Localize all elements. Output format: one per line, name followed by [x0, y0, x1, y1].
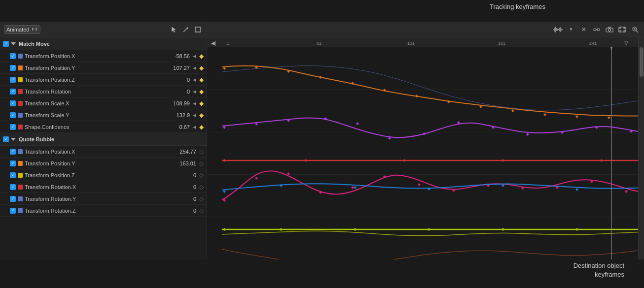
prev-keyframe-icon-2[interactable]: ◀	[193, 77, 196, 82]
cursor-tool[interactable]	[169, 25, 179, 34]
prop-checkbox-3[interactable]	[10, 89, 16, 95]
keyframe-diamond-empty-4[interactable]: ◇	[199, 195, 204, 202]
prop-qb-position-z: Transform.Position.Z 0 ◇	[0, 169, 207, 181]
svg-marker-33	[223, 67, 226, 70]
match-move-checkbox[interactable]	[3, 41, 9, 47]
svg-line-1	[183, 28, 187, 32]
svg-marker-102	[354, 228, 357, 231]
time-ruler: ◀| 1 61 121 181 241 ▽	[207, 37, 638, 47]
prop-checkbox-11[interactable]	[10, 196, 16, 202]
svg-marker-83	[223, 159, 226, 162]
keyframe-diamond-0[interactable]: ◆	[199, 53, 204, 60]
prop-match-rotation: Transform.Rotation 0 ◀ ◆	[0, 86, 207, 97]
prev-keyframe-icon-1[interactable]: ◀	[193, 65, 196, 70]
prop-qb-rotation-z: Transform.Rotation.Z 0 ◇	[0, 205, 207, 217]
ruler-mark-121: 121	[407, 41, 415, 46]
graph-svg-area[interactable]	[207, 47, 638, 259]
prev-keyframe-icon-3[interactable]: ◀	[193, 89, 196, 94]
zoom-icon[interactable]	[630, 25, 640, 34]
prop-checkbox-8[interactable]	[10, 160, 16, 166]
svg-rect-21	[620, 27, 621, 29]
keyframe-diamond-3[interactable]: ◆	[199, 88, 204, 95]
svg-marker-92	[354, 186, 357, 189]
quote-bubble-group-header[interactable]: Quote Bubble	[0, 133, 207, 146]
panel-toolbar: Animated ⬆⬇	[0, 22, 207, 37]
graph-main: ◀| 1 61 121 181 241 ▽	[207, 37, 638, 259]
quote-bubble-checkbox[interactable]	[3, 136, 9, 142]
keyframe-diamond-6[interactable]: ◆	[199, 124, 204, 130]
svg-marker-43	[543, 113, 546, 116]
keyframe-diamond-empty-2[interactable]: ◇	[199, 172, 204, 179]
keyframe-diamond-empty-1[interactable]: ◇	[199, 160, 204, 167]
link-icon[interactable]	[592, 25, 602, 34]
quote-bubble-label: Quote Bubble	[19, 136, 54, 142]
svg-marker-72	[418, 183, 421, 186]
prop-checkbox-4[interactable]	[10, 100, 16, 106]
prop-qb-rotation-y: Transform.Rotation.Y 0 ◇	[0, 193, 207, 205]
prop-match-position-z: Transform.Position.Z 0 ◀ ◆	[0, 74, 207, 86]
svg-marker-56	[423, 132, 426, 135]
property-list: Match Move Transform.Position.X -58.56 ◀…	[0, 37, 207, 259]
svg-point-18	[608, 29, 611, 31]
tracking-keyframes-label: Tracking keyframes	[490, 3, 545, 10]
prev-keyframe-icon[interactable]: ◀	[193, 54, 196, 59]
prop-checkbox-12[interactable]	[10, 208, 16, 214]
svg-marker-0	[172, 27, 176, 32]
svg-rect-14	[594, 29, 596, 31]
animated-label: Animated	[6, 27, 29, 32]
prop-checkbox-0[interactable]	[10, 53, 16, 59]
svg-marker-104	[501, 228, 504, 231]
prop-checkbox-7[interactable]	[10, 149, 16, 155]
prop-checkbox-6[interactable]	[10, 124, 16, 130]
prop-match-position-y: Transform.Position.Y 107.27 ◀ ◆	[0, 62, 207, 74]
camera-icon[interactable]	[605, 25, 614, 34]
prop-checkbox-9[interactable]	[10, 172, 16, 178]
color-swatch-pos-x	[18, 54, 23, 59]
keyframe-diamond-4[interactable]: ◆	[199, 100, 204, 107]
ruler-mark-241: 241	[589, 41, 597, 46]
scrollbar-thumb[interactable]	[640, 47, 644, 77]
ruler-mark-1: 1	[227, 41, 229, 46]
svg-marker-54	[356, 122, 359, 125]
prev-keyframe-icon-4[interactable]: ◀	[193, 101, 196, 106]
svg-marker-90	[223, 190, 226, 193]
svg-marker-103	[428, 228, 430, 231]
prev-keyframe-icon-6[interactable]: ◀	[193, 125, 196, 129]
right-scrollbar[interactable]	[638, 37, 644, 259]
pen-tool[interactable]	[181, 25, 191, 34]
ruler-end: ▽	[624, 40, 628, 46]
color-swatch-qb-rot-y	[18, 196, 23, 201]
prop-checkbox-10[interactable]	[10, 184, 16, 190]
color-swatch-rotation	[18, 89, 23, 94]
left-panel: Animated ⬆⬇ Match Move	[0, 22, 207, 259]
keyframe-diamond-2[interactable]: ◆	[199, 76, 204, 83]
match-move-group-header[interactable]: Match Move	[0, 37, 207, 50]
svg-line-26	[636, 31, 638, 32]
box-tool[interactable]	[193, 25, 203, 34]
film-icon[interactable]	[617, 25, 627, 34]
animated-dropdown[interactable]: Animated ⬆⬇	[4, 25, 40, 34]
keyframe-diamond-1[interactable]: ◆	[199, 64, 204, 71]
prop-qb-rotation-x: Transform.Rotation.X 0 ◇	[0, 181, 207, 193]
prop-match-scale-x: Transform.Scale.X 108.99 ◀ ◆	[0, 97, 207, 109]
dropdown-arrow-timeline[interactable]: ▼	[566, 25, 576, 34]
svg-rect-24	[624, 31, 625, 32]
svg-marker-87	[600, 159, 603, 162]
keyframe-diamond-empty-5[interactable]: ◇	[199, 207, 204, 214]
match-move-expand-icon[interactable]	[11, 42, 16, 45]
prop-checkbox-2[interactable]	[10, 77, 16, 83]
svg-marker-45	[608, 116, 610, 119]
quote-bubble-expand-icon[interactable]	[11, 138, 16, 141]
waveform-icon[interactable]	[553, 25, 563, 34]
keyframe-diamond-empty-0[interactable]: ◇	[199, 148, 204, 155]
keyframe-diamond-empty-3[interactable]: ◇	[199, 184, 204, 191]
prop-checkbox-5[interactable]	[10, 112, 16, 118]
close-icon[interactable]: ✕	[579, 25, 589, 34]
svg-marker-39	[415, 95, 418, 97]
keyframe-diamond-5[interactable]: ◆	[199, 112, 204, 119]
prop-checkbox-1[interactable]	[10, 65, 16, 71]
svg-marker-59	[526, 133, 529, 136]
svg-marker-100	[223, 228, 226, 231]
prev-keyframe-icon-5[interactable]: ◀	[193, 113, 196, 118]
ruler-mark-181: 181	[498, 41, 505, 46]
